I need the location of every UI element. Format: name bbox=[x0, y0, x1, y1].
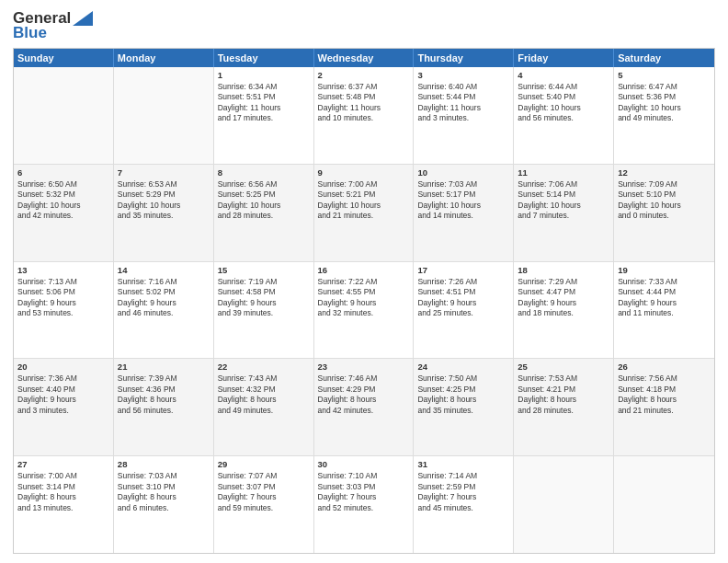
calendar-cell-r2c6: 19Sunrise: 7:33 AMSunset: 4:44 PMDayligh… bbox=[614, 262, 714, 359]
day-number: 9 bbox=[318, 167, 410, 178]
cell-line: and 49 minutes. bbox=[618, 113, 711, 123]
cell-line: Sunset: 4:40 PM bbox=[17, 385, 109, 395]
cell-line: Sunset: 5:29 PM bbox=[118, 190, 210, 200]
cell-line: Sunset: 5:25 PM bbox=[218, 190, 310, 200]
cell-line: Daylight: 8 hours bbox=[118, 395, 210, 405]
day-number: 8 bbox=[218, 167, 310, 178]
cell-line: Daylight: 10 hours bbox=[518, 201, 609, 211]
calendar-row-2: 13Sunrise: 7:13 AMSunset: 5:06 PMDayligh… bbox=[14, 261, 714, 359]
calendar-row-3: 20Sunrise: 7:36 AMSunset: 4:40 PMDayligh… bbox=[14, 358, 714, 455]
page: General Blue SundayMondayTuesdayWednesda… bbox=[0, 0, 728, 563]
cell-line: Sunrise: 6:50 AM bbox=[17, 179, 109, 190]
cell-line: Daylight: 10 hours bbox=[318, 201, 410, 211]
cell-line: and 46 minutes. bbox=[118, 308, 210, 318]
day-number: 2 bbox=[318, 70, 410, 80]
cell-line: Sunrise: 7:06 AM bbox=[518, 179, 609, 190]
cell-line: Sunrise: 7:10 AM bbox=[318, 471, 410, 481]
cell-line: Sunrise: 6:56 AM bbox=[218, 179, 310, 190]
calendar-cell-r1c1: 7Sunrise: 6:53 AMSunset: 5:29 PMDaylight… bbox=[114, 165, 214, 261]
cell-line: and 56 minutes. bbox=[518, 113, 609, 123]
cell-line: Daylight: 9 hours bbox=[118, 298, 210, 308]
cell-line: Sunrise: 7:09 AM bbox=[618, 179, 711, 190]
calendar-cell-r2c4: 17Sunrise: 7:26 AMSunset: 4:51 PMDayligh… bbox=[414, 262, 514, 359]
cell-line: Sunrise: 6:37 AM bbox=[318, 82, 410, 92]
cell-line: and 3 minutes. bbox=[417, 113, 509, 123]
cell-line: and 14 minutes. bbox=[417, 211, 509, 221]
calendar-row-0: 1Sunrise: 6:34 AMSunset: 5:51 PMDaylight… bbox=[14, 67, 714, 164]
calendar-cell-r3c1: 21Sunrise: 7:39 AMSunset: 4:36 PMDayligh… bbox=[114, 359, 214, 455]
calendar-cell-r4c3: 30Sunrise: 7:10 AMSunset: 3:03 PMDayligh… bbox=[314, 456, 415, 553]
day-number: 3 bbox=[417, 70, 509, 80]
day-number: 25 bbox=[518, 362, 609, 372]
cell-line: Sunrise: 7:43 AM bbox=[218, 373, 310, 384]
logo-blue-text: Blue bbox=[13, 24, 47, 42]
cell-line: and 25 minutes. bbox=[417, 308, 509, 318]
cell-line: Sunrise: 6:34 AM bbox=[218, 82, 310, 92]
logo-icon bbox=[73, 11, 93, 26]
cell-line: Daylight: 11 hours bbox=[417, 103, 509, 113]
cell-line: Sunset: 4:44 PM bbox=[618, 287, 711, 297]
cell-line: and 10 minutes. bbox=[318, 113, 410, 123]
day-number: 1 bbox=[218, 70, 310, 80]
cell-line: and 17 minutes. bbox=[218, 113, 310, 123]
cell-line: Sunset: 5:36 PM bbox=[618, 92, 711, 102]
day-number: 6 bbox=[17, 167, 109, 178]
day-number: 26 bbox=[618, 362, 711, 372]
calendar-cell-r0c6: 5Sunrise: 6:47 AMSunset: 5:36 PMDaylight… bbox=[614, 67, 714, 164]
calendar-cell-r2c3: 16Sunrise: 7:22 AMSunset: 4:55 PMDayligh… bbox=[314, 262, 415, 359]
cell-line: Daylight: 10 hours bbox=[118, 201, 210, 211]
day-number: 13 bbox=[17, 265, 109, 275]
cell-line: Sunrise: 6:44 AM bbox=[518, 82, 609, 92]
cell-line: Sunset: 5:51 PM bbox=[218, 92, 310, 102]
cell-line: Daylight: 9 hours bbox=[618, 298, 711, 308]
day-number: 30 bbox=[318, 459, 410, 469]
calendar: SundayMondayTuesdayWednesdayThursdayFrid… bbox=[13, 48, 715, 554]
cell-line: Daylight: 8 hours bbox=[518, 395, 609, 405]
cell-line: Sunset: 5:21 PM bbox=[318, 190, 410, 200]
cell-line: and 59 minutes. bbox=[218, 503, 310, 513]
cell-line: Sunrise: 7:00 AM bbox=[17, 471, 109, 481]
calendar-cell-r2c5: 18Sunrise: 7:29 AMSunset: 4:47 PMDayligh… bbox=[514, 262, 614, 359]
calendar-cell-r0c4: 3Sunrise: 6:40 AMSunset: 5:44 PMDaylight… bbox=[414, 67, 514, 164]
cell-line: and 45 minutes. bbox=[417, 503, 509, 513]
cell-line: Daylight: 10 hours bbox=[618, 103, 711, 113]
logo: General Blue bbox=[13, 9, 93, 42]
cell-line: Sunrise: 7:22 AM bbox=[318, 277, 410, 287]
cell-line: and 42 minutes. bbox=[17, 211, 109, 221]
cell-line: and 32 minutes. bbox=[318, 308, 410, 318]
header-cell-friday: Friday bbox=[514, 49, 614, 67]
day-number: 27 bbox=[17, 459, 109, 469]
cell-line: and 52 minutes. bbox=[318, 503, 410, 513]
calendar-cell-r1c5: 11Sunrise: 7:06 AMSunset: 5:14 PMDayligh… bbox=[514, 165, 614, 261]
calendar-cell-r4c5 bbox=[514, 456, 614, 553]
cell-line: Daylight: 9 hours bbox=[318, 298, 410, 308]
calendar-cell-r0c3: 2Sunrise: 6:37 AMSunset: 5:48 PMDaylight… bbox=[314, 67, 415, 164]
cell-line: Daylight: 7 hours bbox=[417, 492, 509, 502]
cell-line: Sunrise: 7:26 AM bbox=[417, 277, 509, 287]
header-cell-tuesday: Tuesday bbox=[214, 49, 314, 67]
cell-line: Daylight: 8 hours bbox=[118, 492, 210, 502]
header-cell-sunday: Sunday bbox=[14, 49, 114, 67]
day-number: 19 bbox=[618, 265, 711, 275]
day-number: 20 bbox=[17, 362, 109, 372]
cell-line: Daylight: 7 hours bbox=[318, 492, 410, 502]
calendar-cell-r1c2: 8Sunrise: 6:56 AMSunset: 5:25 PMDaylight… bbox=[214, 165, 314, 261]
cell-line: Daylight: 9 hours bbox=[417, 298, 509, 308]
day-number: 21 bbox=[118, 362, 210, 372]
cell-line: Sunrise: 7:07 AM bbox=[218, 471, 310, 481]
header-cell-saturday: Saturday bbox=[614, 49, 714, 67]
calendar-cell-r3c2: 22Sunrise: 7:43 AMSunset: 4:32 PMDayligh… bbox=[214, 359, 314, 455]
calendar-cell-r2c1: 14Sunrise: 7:16 AMSunset: 5:02 PMDayligh… bbox=[114, 262, 214, 359]
day-number: 4 bbox=[518, 70, 609, 80]
cell-line: Sunset: 3:14 PM bbox=[17, 482, 109, 492]
cell-line: Daylight: 10 hours bbox=[417, 201, 509, 211]
calendar-cell-r4c2: 29Sunrise: 7:07 AMSunset: 3:07 PMDayligh… bbox=[214, 456, 314, 553]
header-cell-wednesday: Wednesday bbox=[314, 49, 415, 67]
day-number: 17 bbox=[417, 265, 509, 275]
cell-line: Daylight: 8 hours bbox=[318, 395, 410, 405]
cell-line: Sunset: 2:59 PM bbox=[417, 482, 509, 492]
cell-line: and 35 minutes. bbox=[118, 211, 210, 221]
cell-line: Daylight: 8 hours bbox=[218, 395, 310, 405]
cell-line: Sunrise: 7:14 AM bbox=[417, 471, 509, 481]
cell-line: Sunrise: 7:29 AM bbox=[518, 277, 609, 287]
